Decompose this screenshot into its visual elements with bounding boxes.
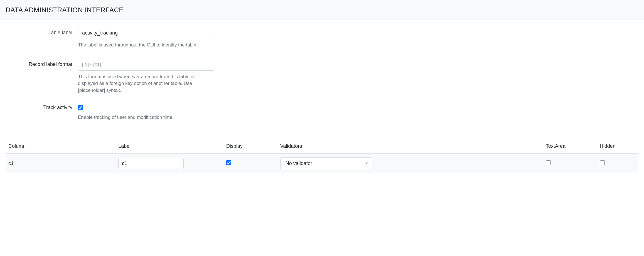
record-label-format-label: Record label format [29,61,72,67]
page-title: DATA ADMINISTRATION INTERFACE [6,6,638,14]
th-hidden: Hidden [597,139,638,153]
column-label-input[interactable] [118,158,184,169]
validator-select[interactable]: No validator [280,157,372,169]
section-divider [6,131,638,131]
textarea-checkbox[interactable] [546,160,551,165]
main-content: Table label The label is used throughout… [0,20,644,173]
columns-table: Column Label Display Validators TextArea… [6,139,638,173]
th-textarea: TextArea [543,139,597,153]
track-activity-row: Track activity Enable tracking of user a… [6,104,638,121]
hidden-checkbox[interactable] [600,160,605,165]
cell-column-name: c1 [6,153,115,173]
app-header: DATA ADMINISTRATION INTERFACE [0,0,644,20]
table-label-label: Table label [48,30,72,35]
th-column: Column [6,139,115,153]
th-label: Label [115,139,223,153]
track-activity-label: Track activity [43,105,72,110]
record-label-format-row: Record label format This format is used … [6,59,638,94]
track-activity-checkbox[interactable] [78,105,83,110]
th-validators: Validators [277,139,543,153]
table-label-input[interactable] [78,27,214,39]
table-label-row: Table label The label is used throughout… [6,27,638,49]
table-row: c1 No validator [6,153,638,173]
table-label-help: The label is used throughout the GUI to … [78,42,214,49]
th-display: Display [223,139,277,153]
track-activity-help: Enable tracking of user and modification… [78,114,214,121]
record-label-format-input[interactable] [78,59,214,71]
display-checkbox[interactable] [226,160,231,165]
record-label-format-help: This format is used whenever a record fr… [78,73,214,94]
